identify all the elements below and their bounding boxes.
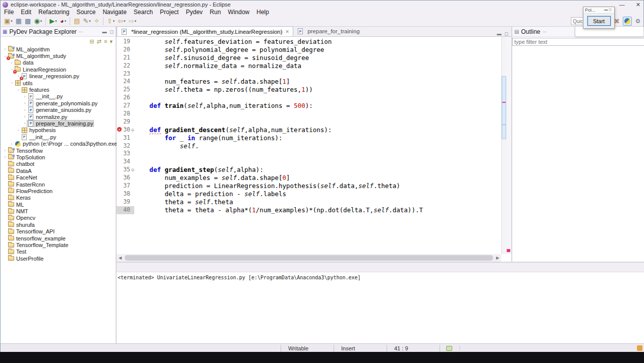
code-line-35[interactable]: 35 def gradient_step(self,alpha): [117,166,501,174]
code-line-29[interactable]: 29 [117,118,501,126]
code-line-25[interactable]: 25 self.theta = np.zeros((num_features,1… [117,86,501,94]
expand-arrow-icon[interactable]: › [9,60,14,65]
code-line-28[interactable]: 28 [117,110,501,118]
hscroll-left-arrow[interactable]: ◀ [117,256,124,260]
tree-item-generate-polynomials-py[interactable]: ›Pgenerate_polynomials.py [1,100,116,106]
tree-item-hypothesis[interactable]: ›hypothesis [1,127,116,134]
code-line-21[interactable]: 21 self.sinusoid_degree = sinusoid_degre… [117,54,501,62]
status-overflow-icon[interactable]: ⋮ [457,345,462,351]
code-line-20[interactable]: 20 self.polynomial_degree = polynomial_d… [117,46,501,54]
tree-item-ml-algorithm[interactable]: ›ML_algorithm [1,46,116,52]
tree-item-topsolution[interactable]: ›TopSolution [1,154,116,160]
expand-arrow-icon[interactable]: › [22,108,27,112]
expand-arrow-icon[interactable]: › [3,148,8,153]
debug-perspective-icon[interactable]: ⚙ [633,17,642,26]
expand-arrow-icon[interactable]: › [3,155,8,159]
last-edit-location-icon[interactable]: ⇧▾ [106,17,116,26]
debug-icon[interactable]: ◉▾ [33,17,43,26]
menu-help[interactable]: Help [253,9,273,16]
tree-item-generate-sinusoids-py[interactable]: ›Pgenerate_sinusoids.py [1,107,116,113]
code-line-26[interactable]: 26 [117,94,501,102]
overview-ruler[interactable] [506,37,511,254]
code-line-22[interactable]: 22 self.normalize_data = normalize_data [117,62,501,70]
link-with-editor-icon[interactable]: ⇄ [97,38,101,45]
code-line-24[interactable]: 24 num_features = self.data.shape[1] [117,78,501,86]
code-assist-icon[interactable]: ✧ [93,17,100,26]
view-menu-icon[interactable]: ▾ [110,38,113,45]
dropdown-arrow-icon[interactable]: ▾ [11,19,13,23]
code-line-39[interactable]: 39 theta = self.theta [117,198,501,206]
code-line-37[interactable]: 37 prediction = LinearRegression.hypothe… [117,182,501,190]
tree-item-chatbot[interactable]: chatbot [1,161,116,167]
tree-item-userprofile[interactable]: UserProfile [1,255,116,262]
menu-edit[interactable]: Edit [17,9,35,16]
code-line-40[interactable]: 40 theta = theta - alpha*(1/num_examples… [117,206,501,214]
editor-tab-linear-regression[interactable]: P*linear_regression (ML_algorithm_study.… [117,26,293,36]
code-line-33[interactable]: 33 [117,150,501,158]
expand-arrow-icon[interactable]: › [22,114,27,119]
pydev-perspective-icon[interactable] [623,17,632,26]
expand-arrow-icon[interactable]: › [16,87,21,92]
mark-occurrences-icon[interactable]: ✎▾ [82,17,91,26]
expand-arrow-icon[interactable]: › [16,128,21,133]
tree-item-test[interactable]: Test [1,249,116,255]
vertical-scrollbar-thumb[interactable] [502,76,506,139]
menu-pydev[interactable]: Pydev [182,9,206,16]
menu-project[interactable]: Project [156,9,182,16]
tree-item-python-e-progr-conda3-python-exe-[interactable]: ›python (e:\Progr ... conda3\python.exe) [1,140,116,147]
notification-icon[interactable] [637,345,642,351]
editor-minimize-icon[interactable]: ▬ [497,31,502,36]
code-line-32[interactable]: 32 self. [117,142,501,150]
code-editor[interactable]: 19 self.features_deviation = features_de… [117,37,501,254]
open-task-icon[interactable]: ▤ [73,17,81,26]
tree-item--init-py[interactable]: P__init__.py [1,134,116,140]
code-line-23[interactable]: 23 [117,70,501,78]
tree-item-utils[interactable]: ›utils [1,80,116,86]
fold-marker-icon[interactable] [131,129,134,132]
dropdown-arrow-icon[interactable]: ▾ [113,19,115,23]
tree-item-data[interactable]: ›data [1,59,116,66]
back-history-icon[interactable]: ⇦▾ [117,17,126,26]
save-icon[interactable]: ▦ [15,17,23,26]
editor-tab-prepare-for-training[interactable]: Pprepare_for_training [293,26,363,36]
menu-search[interactable]: Search [130,9,156,16]
menu-navigate[interactable]: Navigate [99,9,130,16]
dropdown-arrow-icon[interactable]: ▾ [89,19,91,23]
menu-refactoring[interactable]: Refactoring [35,9,73,16]
vertical-scrollbar[interactable] [501,37,506,254]
editor-maximize-icon[interactable]: ◻ [505,31,508,36]
profile-icon[interactable]: ◕▾ [59,17,67,26]
expand-arrow-icon[interactable]: › [22,121,27,126]
save-all-icon[interactable]: ▩ [24,17,32,26]
explorer-header[interactable]: ▦ PyDev Package Explorer ⋯ ▬ ◻ [1,27,116,37]
tree-item-linearregression[interactable]: ›×LinearRegression [1,66,116,73]
collapse-all-icon[interactable]: ⊟ [90,38,94,45]
menu-window[interactable]: Window [225,9,253,16]
explorer-minimize-icon[interactable]: ▬ [102,29,107,34]
explorer-maximize-icon[interactable]: ◻ [110,29,114,34]
tree-item-nmt[interactable]: NMT [1,208,116,214]
code-line-19[interactable]: 19 self.features_deviation = features_de… [117,38,501,46]
tree-item-ml[interactable]: ML [1,201,116,208]
dropdown-arrow-icon[interactable]: ▾ [65,19,67,23]
tree-item-opencv[interactable]: Opencv [1,215,116,221]
tree-item-facenet[interactable]: FaceNet [1,174,116,180]
code-line-30[interactable]: 30× def gradient_descent(self,alpha,num_… [117,126,501,134]
outline-filter-input[interactable] [512,38,644,46]
code-line-38[interactable]: 38 delta = prediction - self.labels [117,190,501,198]
recorder-overlay-titlebar[interactable]: Poi... ▬◻ [583,7,614,14]
horizontal-scrollbar[interactable]: ◀ ▶ [117,254,501,262]
tree-item-fasterrcnn[interactable]: FasterRcnn [1,181,116,188]
menu-file[interactable]: File [1,9,17,16]
tree-item-linear-regression-py[interactable]: ›P×linear_regression.py [1,73,116,80]
tree-item--init-py[interactable]: ›P__init__.py [1,93,116,100]
code-line-34[interactable]: 34 [117,158,501,166]
tree-item-prepare-for-training-py[interactable]: ›Pprepare_for_training.py [1,120,116,127]
code-line-31[interactable]: 31 for _ in range(num_iterations): [117,134,501,142]
expand-arrow-icon[interactable]: › [3,47,8,51]
recorder-start-button[interactable]: Start [587,16,611,26]
close-button[interactable]: ✕ [636,2,640,8]
tree-item-normalize-py[interactable]: ›Pnormalize.py [1,113,116,120]
dropdown-arrow-icon[interactable]: ▾ [40,19,42,23]
horizontal-scrollbar-thumb[interactable] [125,255,493,261]
